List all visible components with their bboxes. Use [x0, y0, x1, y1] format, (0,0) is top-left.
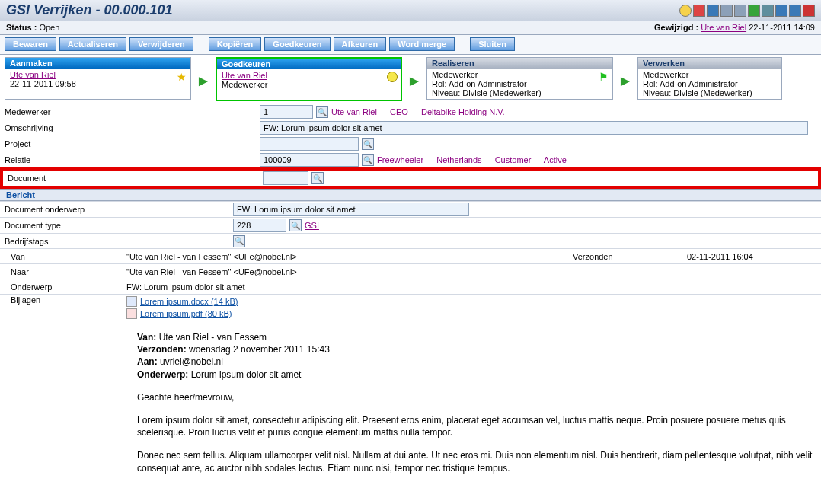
tool-icon-6[interactable]: [789, 5, 801, 17]
van-label: Van: [5, 252, 126, 261]
document-lookup-icon[interactable]: [311, 172, 324, 184]
modified-at: 22-11-2011 14:09: [749, 23, 815, 32]
verwerken-line1: Medewerker: [643, 70, 689, 79]
email-van: Ute van Riel - van Fessem: [156, 332, 267, 343]
document-label: Document: [8, 174, 263, 183]
goedkeuren-role: Medewerker: [222, 80, 268, 89]
workflow-head-goedkeuren: Goedkeuren: [217, 59, 401, 69]
close-icon[interactable]: [803, 5, 815, 17]
medewerker-input[interactable]: [260, 105, 313, 119]
email-greeting: Geachte heer/mevrouw,: [137, 391, 815, 404]
tool-icon-5[interactable]: [775, 5, 787, 17]
workflow-head-verwerken: Verwerken: [638, 58, 781, 69]
bijlagen-label: Bijlagen: [5, 295, 126, 305]
onderwerp-value: FW: Lorum ipsum dolor sit amet: [126, 282, 816, 292]
pending-dot-icon: [387, 72, 398, 82]
doc-type-lookup-icon[interactable]: [289, 219, 302, 231]
page-title: GSI Verrijken - 00.000.101: [6, 2, 679, 18]
pdf-icon: [126, 308, 137, 319]
document-input[interactable]: [263, 171, 308, 185]
status-value: Open: [39, 23, 59, 32]
email-aan-lbl: Aan:: [137, 356, 158, 367]
workflow-arrow-3: [616, 57, 634, 90]
verwijderen-button[interactable]: Verwijderen: [129, 37, 193, 51]
onderwerp-label: Onderwerp: [5, 282, 126, 292]
goedkeuren-button[interactable]: Goedkeuren: [264, 37, 330, 51]
medewerker-lookup-icon[interactable]: [316, 106, 328, 118]
tool-icon-4[interactable]: [734, 5, 746, 17]
email-verzonden: woensdag 2 november 2011 15:43: [187, 344, 330, 355]
goedkeuren-user-link[interactable]: Ute van Riel: [222, 71, 267, 80]
tool-icon-2[interactable]: [707, 5, 719, 17]
title-bar: GSI Verrijken - 00.000.101: [0, 0, 821, 21]
workflow-head-aanmaken: Aanmaken: [5, 58, 190, 69]
aanmaken-user-link[interactable]: Ute van Riel: [10, 70, 56, 79]
attachment-pdf-link[interactable]: Lorem ipsum.pdf (80 kB): [140, 309, 232, 318]
flag-icon: [599, 71, 609, 81]
attachment-docx-link[interactable]: Lorem ipsum.docx (14 kB): [140, 297, 238, 306]
wordmerge-button[interactable]: Word merge: [389, 37, 455, 51]
omschrijving-label: Omschrijving: [5, 123, 260, 132]
email-onderwerp: Lorum ipsum dolor sit amet: [188, 369, 301, 380]
docx-icon: [126, 296, 137, 307]
button-toolbar: Bewaren Actualiseren Verwijderen Kopiëre…: [0, 35, 821, 55]
verzonden-value: 02-11-2011 16:04: [687, 252, 816, 261]
doc-type-link[interactable]: GSI: [305, 221, 319, 230]
aanmaken-date: 22-11-2011 09:58: [10, 79, 76, 88]
email-van-lbl: Van:: [137, 332, 156, 343]
actualiseren-button[interactable]: Actualiseren: [59, 37, 126, 51]
sluiten-button[interactable]: Sluiten: [470, 37, 515, 51]
kopieren-button[interactable]: Kopiëren: [209, 37, 262, 51]
tags-label: Bedrijfstags: [5, 237, 233, 246]
naar-value: "Ute van Riel - van Fessem" <UFe@nobel.n…: [126, 267, 816, 276]
email-onderwerp-lbl: Onderwerp:: [137, 369, 188, 380]
relatie-lookup-icon[interactable]: [362, 154, 374, 166]
tags-lookup-icon[interactable]: [233, 235, 245, 247]
workflow-realiseren: Realiseren Medewerker Rol: Add-on Admini…: [426, 57, 613, 100]
bericht-header: Bericht: [0, 189, 821, 201]
doc-type-input[interactable]: [233, 219, 286, 232]
medewerker-label: Medewerker: [5, 107, 260, 116]
van-value: "Ute van Riel - van Fessem" <UFe@nobel.n…: [126, 252, 573, 261]
relatie-input[interactable]: [260, 153, 359, 167]
verwerken-line2: Rol: Add-on Administrator: [643, 79, 738, 88]
modified-by-link[interactable]: Ute van Riel: [701, 23, 746, 32]
omschrijving-input[interactable]: [260, 121, 808, 135]
workflow-arrow-2: [405, 57, 423, 90]
workflow-strip: Aanmaken Ute van Riel 22-11-2011 09:58 G…: [0, 55, 821, 104]
workflow-verwerken: Verwerken Medewerker Rol: Add-on Adminis…: [637, 57, 782, 100]
project-lookup-icon[interactable]: [362, 138, 374, 150]
verwerken-line3: Niveau: Divisie (Medewerker): [643, 88, 752, 97]
db-icon[interactable]: [762, 5, 774, 17]
info-icon[interactable]: [748, 5, 760, 17]
email-para2: Donec nec sem tellus. Aliquam ullamcorpe…: [137, 449, 815, 474]
project-label: Project: [5, 139, 260, 148]
status-bar: Status : Open Gewijzigd : Ute van Riel 2…: [0, 21, 821, 35]
afkeuren-button[interactable]: Afkeuren: [334, 37, 387, 51]
main-form: Medewerker Ute van Riel — CEO — Deltabik…: [0, 104, 821, 491]
relatie-link[interactable]: Freewheeler — Netherlands — Customer — A…: [377, 155, 567, 164]
tool-icon-3[interactable]: [720, 5, 733, 17]
verzonden-label: Verzonden: [573, 252, 687, 261]
modified-label: Gewijzigd :: [654, 23, 698, 32]
bewaren-button[interactable]: Bewaren: [5, 37, 56, 51]
email-aan: uvriel@nobel.nl: [158, 356, 223, 367]
email-para1: Lorem ipsum dolor sit amet, consectetur …: [137, 414, 815, 439]
naar-label: Naar: [5, 267, 126, 276]
realiseren-line2: Rol: Add-on Administrator: [432, 79, 527, 88]
star-icon: [177, 71, 187, 81]
workflow-aanmaken: Aanmaken Ute van Riel 22-11-2011 09:58: [5, 57, 191, 100]
bulb-icon[interactable]: [679, 5, 692, 17]
workflow-goedkeuren: Goedkeuren Ute van Riel Medewerker: [216, 57, 402, 101]
document-row-highlight: Document: [0, 167, 821, 189]
project-input[interactable]: [260, 137, 359, 151]
doc-onderwerp-input[interactable]: [233, 203, 469, 216]
email-verzonden-lbl: Verzonden:: [137, 344, 187, 355]
status-label: Status :: [6, 23, 37, 32]
realiseren-line3: Niveau: Divisie (Medewerker): [432, 88, 541, 97]
medewerker-link[interactable]: Ute van Riel — CEO — Deltabike Holding N…: [331, 107, 505, 116]
doc-onderwerp-label: Document onderwerp: [5, 205, 233, 214]
tool-icon-1[interactable]: [693, 5, 705, 17]
workflow-head-realiseren: Realiseren: [427, 58, 612, 69]
doc-type-label: Document type: [5, 221, 233, 230]
